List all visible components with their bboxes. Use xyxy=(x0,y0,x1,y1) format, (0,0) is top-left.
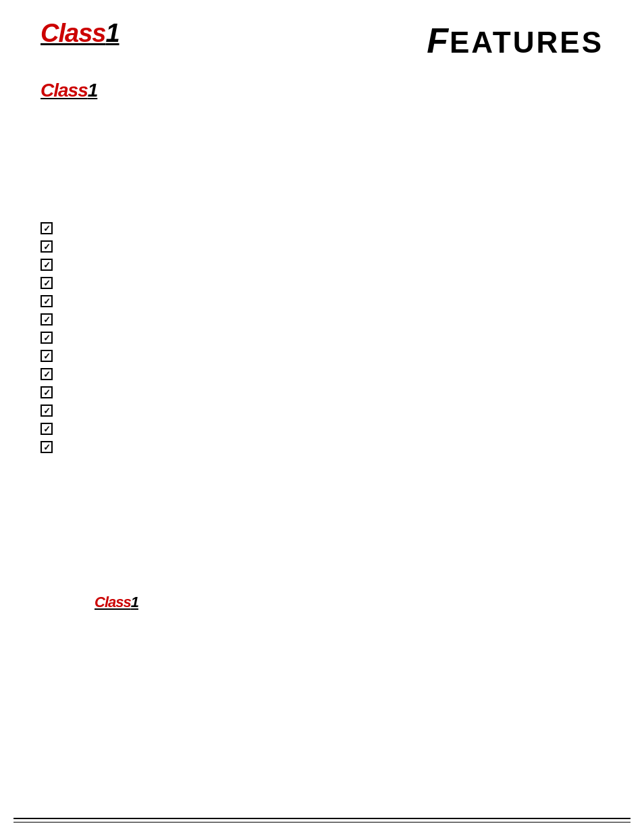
page-container: Class1 FEATURES Class1 xyxy=(0,0,644,834)
logo-small-1-text: 1 xyxy=(88,80,98,101)
checkbox-icon xyxy=(41,240,53,253)
list-item xyxy=(41,422,603,435)
middle-blank-area xyxy=(41,473,603,575)
list-item xyxy=(41,221,603,234)
list-item xyxy=(41,276,603,289)
logo-bottom-class-text: Class xyxy=(95,594,131,610)
checkbox-icon xyxy=(41,295,53,307)
features-heading: FEATURES xyxy=(427,24,603,59)
logo-large: Class1 xyxy=(41,20,119,46)
bottom-section: Class1 xyxy=(41,595,603,673)
checkbox-icon xyxy=(41,405,53,417)
checkbox-icon xyxy=(41,332,53,344)
list-item xyxy=(41,313,603,325)
top-description-area xyxy=(41,127,603,208)
checkbox-icon xyxy=(41,441,53,453)
list-item xyxy=(41,367,603,380)
features-eatures: EATURES xyxy=(450,26,603,59)
list-item xyxy=(41,440,603,453)
logo-class-text: Class xyxy=(41,19,105,47)
checkbox-icon xyxy=(41,222,53,234)
checkbox-icon xyxy=(41,350,53,362)
logo-small: Class1 xyxy=(41,81,603,100)
checkbox-list xyxy=(41,221,603,453)
list-item xyxy=(41,404,603,417)
checkbox-icon xyxy=(41,368,53,380)
checkbox-icon xyxy=(41,277,53,289)
header-logo: Class1 xyxy=(41,20,119,46)
bottom-text-area xyxy=(41,619,603,673)
list-item xyxy=(41,386,603,398)
features-f-cap: F xyxy=(427,21,450,60)
checkbox-icon xyxy=(41,386,53,398)
list-item xyxy=(41,349,603,362)
list-item xyxy=(41,331,603,344)
list-item xyxy=(41,240,603,253)
small-logo-container: Class1 xyxy=(41,81,603,100)
footer-line-bottom xyxy=(14,822,630,823)
logo-bottom-1-text: 1 xyxy=(131,594,138,610)
logo-small-class-text: Class xyxy=(41,80,88,101)
footer-line-top xyxy=(14,818,630,819)
list-item xyxy=(41,294,603,307)
logo-bottom: Class1 xyxy=(95,595,138,610)
list-item xyxy=(41,258,603,271)
checkbox-icon xyxy=(41,423,53,435)
features-title-container: FEATURES xyxy=(427,20,603,61)
bottom-logo-container: Class1 xyxy=(95,595,603,612)
header: Class1 FEATURES xyxy=(41,14,603,61)
checkbox-icon xyxy=(41,259,53,271)
logo-1-text: 1 xyxy=(105,19,119,47)
checkbox-icon xyxy=(41,313,53,325)
